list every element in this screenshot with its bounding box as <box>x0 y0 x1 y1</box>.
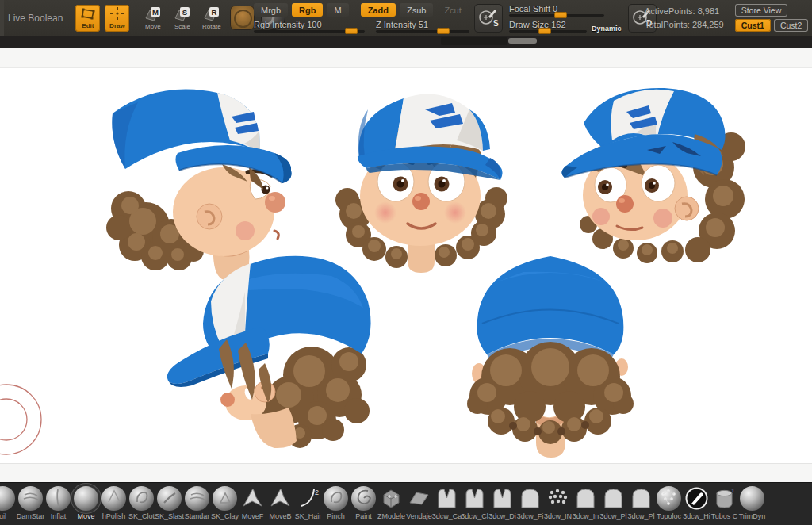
brush-thumbnail-icon <box>46 486 71 511</box>
model-view-back <box>450 240 650 461</box>
scale-label: Scale <box>174 24 190 30</box>
brush-thumbnail-icon <box>74 486 98 511</box>
z-intensity-label: Z Intensity 51 <box>376 20 469 29</box>
rotate-label: Rotate <box>202 24 221 30</box>
edit-mode-group: Live Boolean Edit Draw M Move <box>8 0 285 36</box>
cust1-button[interactable]: Cust1 <box>735 19 771 32</box>
svg-text:R: R <box>211 8 216 17</box>
brush-thumbnail-icon <box>573 486 598 511</box>
brush-thumbnail-icon <box>462 486 487 511</box>
dynamic-mode-button[interactable]: Dynamic <box>592 25 622 33</box>
svg-text:2: 2 <box>315 489 319 496</box>
draw-crosshair-icon <box>109 6 125 23</box>
zbrush-window: Live Boolean Edit Draw M Move <box>0 0 812 525</box>
scroll-track-shade <box>441 37 508 45</box>
brush-thumbnail-icon <box>546 486 570 511</box>
top-toolbar: Live Boolean Edit Draw M Move <box>0 0 812 36</box>
document-scroll-strip <box>0 36 812 48</box>
rgb-intensity-handle[interactable] <box>345 28 358 34</box>
draw-size-handle[interactable] <box>538 28 551 34</box>
brush-thumbnail-icon: 1 <box>712 486 737 511</box>
svg-text:M: M <box>152 8 159 17</box>
brush-thumbnail-icon <box>268 486 293 511</box>
mrgb-button[interactable]: Mrgb <box>254 3 288 17</box>
draw-size-slider[interactable]: Draw Size 162 <box>509 20 587 33</box>
brush-thumbnail-icon <box>240 486 265 511</box>
cust2-button[interactable]: Cust2 <box>774 19 808 32</box>
rgb-intensity-slider[interactable]: Rgb Intensity 100 <box>254 20 365 33</box>
move-button[interactable]: M Move <box>140 5 165 32</box>
paint-sculpt-modes-group: Mrgb Rgb M Zadd Zsub Zcut Rgb Intensity … <box>254 0 469 36</box>
live-boolean-button[interactable]: Live Boolean <box>8 13 63 24</box>
scale-gizmo-icon: S <box>172 6 193 24</box>
zadd-button[interactable]: Zadd <box>361 3 396 17</box>
total-points-readout: TotalPoints: 284,259 <box>645 20 724 29</box>
brush-thumbnail-icon <box>0 486 15 511</box>
brush-thumbnail-icon <box>157 486 182 511</box>
edit-quad-icon <box>80 6 96 23</box>
store-view-button[interactable]: Store View <box>735 4 788 17</box>
brush-item-trimdyn[interactable]: TrimDyn <box>738 485 766 522</box>
brush-cursor-rings <box>0 381 56 460</box>
brush-thumbnail-icon <box>601 486 626 511</box>
brush-thumbnail-icon <box>740 486 764 511</box>
rotate-button[interactable]: R Rotate <box>199 5 224 32</box>
move-gizmo-icon: M <box>143 6 163 24</box>
brush-thumbnail-icon: 2 <box>296 486 320 511</box>
focal-shift-handle[interactable] <box>554 12 567 18</box>
brush-thumbnail-icon <box>407 486 431 511</box>
svg-text:S: S <box>493 19 499 28</box>
edit-button[interactable]: Edit <box>75 5 100 32</box>
brush-thumbnail-icon <box>351 486 376 511</box>
z-intensity-slider[interactable]: Z Intensity 51 <box>376 20 469 33</box>
svg-text:S: S <box>182 8 187 17</box>
svg-text:1: 1 <box>731 487 735 494</box>
focal-shift-slider[interactable]: Focal Shift 0 <box>509 4 604 17</box>
brush-tray: uil DamStar Inflat Move hPolish SK_Clot … <box>0 482 812 525</box>
draw-button[interactable]: Draw <box>105 5 129 32</box>
viewport-background <box>0 48 812 485</box>
brush-thumbnail-icon <box>435 486 459 511</box>
brush-thumbnail-icon <box>213 486 237 511</box>
stroke-s-icon: S <box>477 7 500 29</box>
brush-thumbnail-icon <box>102 486 126 511</box>
active-points-readout: ActivePoints: 8,981 <box>645 6 724 16</box>
z-intensity-track[interactable] <box>376 30 469 33</box>
rotate-gizmo-icon: R <box>201 6 222 24</box>
brush-thumbnail-icon <box>185 486 209 511</box>
draw-label: Draw <box>109 23 125 29</box>
model-view-top-down <box>149 244 381 449</box>
rgb-button[interactable]: Rgb <box>292 3 323 17</box>
brush-thumbnail-icon <box>324 486 348 511</box>
z-intensity-handle[interactable] <box>437 28 450 34</box>
scrollbar-thumb[interactable] <box>508 38 537 44</box>
brush-thumbnail-icon <box>379 486 404 511</box>
draw-size-group: S Focal Shift 0 Draw Size 162 Dynamic <box>474 0 657 36</box>
move-label: Move <box>145 24 161 30</box>
m-button[interactable]: M <box>327 3 348 17</box>
zsub-button[interactable]: Zsub <box>400 3 433 17</box>
brush-thumbnail-icon <box>490 486 515 511</box>
brush-label: TrimDyn <box>733 512 771 520</box>
brush-thumbnail-icon <box>684 486 709 511</box>
focal-shift-track[interactable] <box>509 14 604 17</box>
scale-button[interactable]: S Scale <box>170 5 194 32</box>
stroke-settings-button[interactable]: S <box>474 4 503 33</box>
brush-thumbnail-icon <box>129 486 154 511</box>
draw-size-track[interactable] <box>509 30 587 33</box>
brush-thumbnail-icon <box>657 486 681 511</box>
edit-label: Edit <box>82 23 94 29</box>
points-info-group: ActivePoints: 8,981 TotalPoints: 284,259… <box>645 0 808 36</box>
brush-thumbnail-icon <box>18 486 43 511</box>
current-brush-preview-button[interactable] <box>230 6 255 30</box>
zcut-button[interactable]: Zcut <box>437 3 468 17</box>
brush-thumbnail-icon <box>629 486 653 511</box>
rgb-intensity-track[interactable] <box>254 30 365 33</box>
model-view-three-quarter <box>553 74 750 266</box>
brush-thumbnail-icon <box>518 486 542 511</box>
